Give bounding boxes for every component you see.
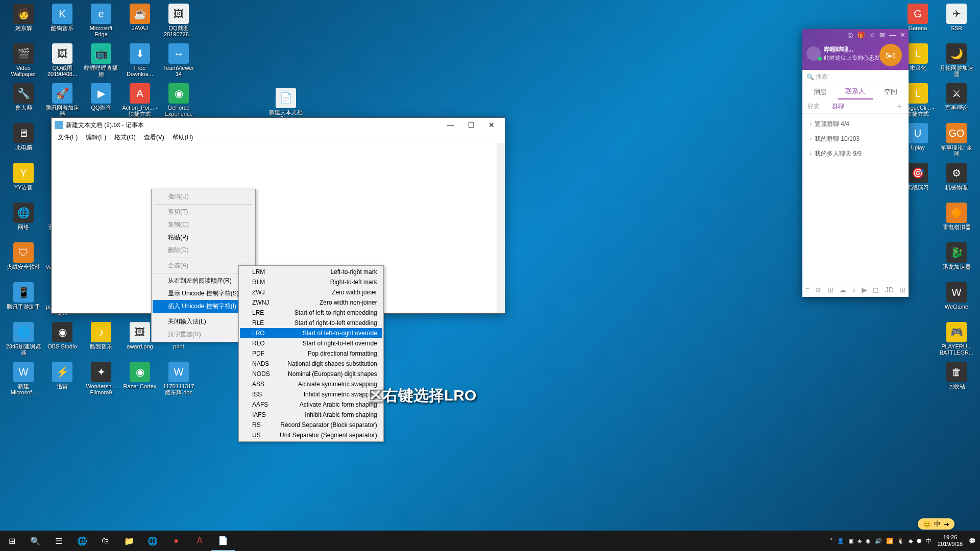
desktop-icon[interactable]: 🌐2345加速浏览器 [4,321,43,361]
desktop-icon[interactable]: ♪酷我音乐 [82,321,120,361]
desktop-icon[interactable]: eMicrosoft Edge [82,3,120,42]
unicode-item-nads[interactable]: NADSNational digit shapes substitution [240,359,382,369]
close-button[interactable]: ✕ [481,118,502,132]
tab-messages[interactable]: 消息 [802,84,838,99]
foot-live-icon[interactable]: ◻ [873,286,879,294]
desktop-icon[interactable]: ▶QQ影音 [82,82,120,122]
desktop-icon[interactable]: 🧑姬东辉 [4,3,43,42]
taskbar-store[interactable]: 🛍 [94,531,117,551]
foot-more-icon[interactable]: ⊞ [899,286,905,294]
titlebar[interactable]: 新建文本文档 (2).txt - 记事本 — ☐ ✕ [52,118,505,132]
menu-item[interactable]: 文件(F) [54,132,82,143]
unicode-item-rs[interactable]: RSRecord Separator (Block separator) [240,420,382,430]
gift-icon[interactable]: 🎁 [857,31,865,39]
unicode-item-iss[interactable]: ISSInhibit symmetric swapping [240,389,382,399]
taskbar-notepad[interactable]: 📄 [211,531,235,551]
unicode-item-iafs[interactable]: IAFSInhibit Arabic form shaping [240,410,382,420]
unicode-item-ass[interactable]: ASSActivate symmetric swapping [240,379,382,389]
menu-item[interactable]: 编辑(E) [82,132,110,143]
foot-app-icon[interactable]: ⊞ [827,286,834,294]
desktop-icon[interactable]: K酷狗音乐 [43,3,82,42]
tray-ime-icon[interactable]: 中 [924,537,934,545]
desktop-icon[interactable]: ✦Wondersh... Filmora9 [82,361,120,400]
desktop-icon[interactable]: 🖥此电脑 [4,122,43,162]
desktop-icon[interactable]: ◉Razer Cortex [120,361,159,400]
unicode-item-us[interactable]: USUnit Separator (Segment separator) [240,430,382,440]
taskbar-browser[interactable]: 🌐 [141,531,164,551]
user-name[interactable]: 哔哩哔哩... [824,45,885,54]
menu-item[interactable]: 查看(V) [140,132,168,143]
desktop-icon[interactable]: 🛡火绒安全软件 [4,241,43,281]
unicode-item-rle[interactable]: RLEStart of right-to-left embedding [240,318,382,328]
subtab-friends[interactable]: 好友 [807,102,820,111]
desktop-icon[interactable]: ⬇Free Downloa... [120,42,159,82]
taskbar-app1[interactable]: ● [164,531,188,551]
foot-music-icon[interactable]: ♪ [852,286,856,294]
group-item[interactable]: 置顶群聊 4/4 [802,117,909,132]
tray-razer-icon[interactable]: ◉ [864,538,873,544]
user-signature[interactable]: 此时这位上帝的心态发... [824,54,885,62]
group-item[interactable]: 我的群聊 10/103 [802,132,909,146]
qq-minimize-button[interactable]: — [889,31,896,39]
tray-qq-icon[interactable]: 🐧 [895,538,906,544]
taskbar-explorer[interactable]: 📁 [117,531,141,551]
desktop-icon[interactable]: 🌐网络 [4,202,43,241]
desktop-icon[interactable]: 🎮PLAYERU... BATTLEGR... [937,321,976,361]
tray-sound-icon[interactable]: 🔊 [873,538,884,544]
desktop-icon[interactable]: W1170111317姬东辉.doc [159,361,198,400]
foot-cloud-icon[interactable]: ☁ [839,286,846,294]
tray-up-icon[interactable]: ˄ [828,538,835,544]
desktop-icon[interactable]: 🐉迅龙加速器 [937,241,976,281]
tab-space[interactable]: 空间 [873,84,909,99]
qq-close-button[interactable]: ✕ [900,31,905,39]
taskbar-app2[interactable]: A [188,531,211,551]
unicode-item-lrm[interactable]: LRMLeft-to-right mark [240,267,382,277]
desktop-icon[interactable]: 🔶雷电模拟器 [937,202,976,241]
desktop-icon[interactable]: ☕JAVAJ [120,3,159,42]
unicode-item-rlo[interactable]: RLOStart of right-to-left override [240,338,382,348]
tray-item2[interactable]: ⬢ [915,538,924,544]
foot-doc-icon[interactable]: JD [885,286,894,294]
desktop-icon[interactable]: ⚔军事理论 [937,82,976,122]
foot-menu-icon[interactable]: ≡ [805,286,810,294]
menu-item[interactable]: 帮助(H) [168,132,198,143]
taskbar-edge[interactable]: 🌐 [70,531,94,551]
desktop-icon[interactable]: GO军事理论: 全球 [937,122,976,162]
unicode-item-pdf[interactable]: PDFPop directional formatting [240,348,382,359]
desktop-icon[interactable]: 📱腾讯手游助手 [4,281,43,321]
unicode-item-zwnj[interactable]: ZWNJZero width non-joiner [240,297,382,308]
group-item[interactable]: 我的多人聊天 9/9 [802,146,909,161]
foot-play-icon[interactable]: ▶ [862,286,867,294]
tray-graphics-icon[interactable]: ▣ [846,538,855,544]
tray-net-icon[interactable]: ◈ [855,538,864,544]
desktop-icon[interactable]: ↔TeamViewer 14 [159,42,198,82]
desktop-icon[interactable]: 🗑回收站 [937,361,976,400]
unicode-item-lre[interactable]: LREStart of left-to-right embedding [240,308,382,318]
desktop-icon[interactable]: 🚀腾讯网游加速器 [43,82,82,122]
menu-item[interactable]: 格式(O) [110,132,139,143]
start-button[interactable]: ⊞ [0,531,23,551]
desktop-icon[interactable]: ✈SSR [937,3,976,42]
tab-contacts[interactable]: 联系人 [838,84,873,99]
star-icon[interactable]: ☆ [869,31,875,39]
desktop-icon[interactable]: 🖼QQ截图20190726... [159,3,198,42]
desktop-icon[interactable]: W新建 Microsof... [4,361,43,400]
desktop-icon[interactable]: ◉OBS Studio [43,321,82,361]
unicode-item-zwj[interactable]: ZWJZero width joiner [240,287,382,297]
desktop-icon[interactable]: 🌙月轮网游加速器 [937,42,976,82]
subtab-groups[interactable]: 群聊 [832,102,844,111]
minimize-button[interactable]: — [440,118,461,132]
tray-people-icon[interactable]: 👤 [835,538,846,544]
desktop-icon[interactable]: ⚡迅雷 [43,361,82,400]
skin-icon[interactable]: ◎ [847,31,853,39]
desktop-icon[interactable]: 🖼QQ截图20190408... [43,42,82,82]
scrollbar[interactable] [497,143,505,313]
mail-icon[interactable]: ✉ [879,31,885,39]
notification-icon[interactable]: 💬 [967,538,978,544]
desktop-icon[interactable]: AAction_Por... - 快捷方式 [120,82,159,122]
tray-wifi-icon[interactable]: 📶 [884,538,895,544]
desktop-icon[interactable]: YYY语音 [4,162,43,202]
ime-indicator[interactable]: 😊 中 ➔ [918,518,954,530]
maximize-button[interactable]: ☐ [461,118,481,132]
desktop-icon[interactable]: WWeGame [937,281,976,321]
